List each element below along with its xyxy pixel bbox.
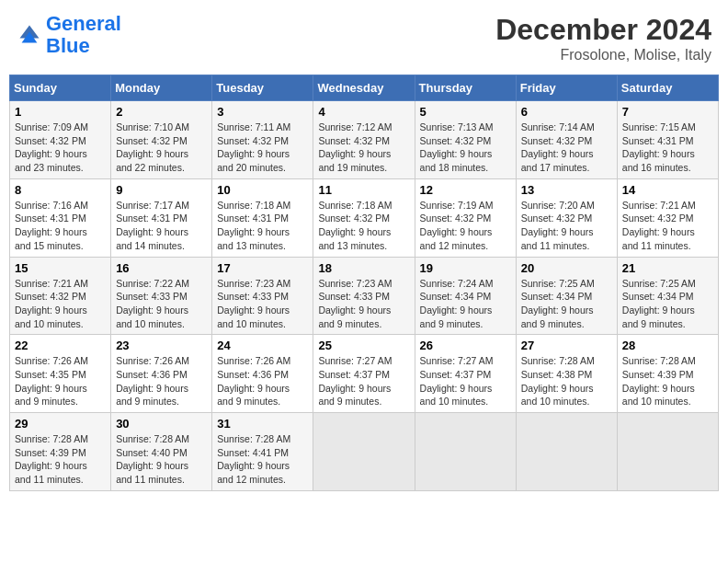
calendar-cell: 18Sunrise: 7:23 AMSunset: 4:33 PMDayligh… (313, 257, 415, 335)
day-info: Sunrise: 7:23 AMSunset: 4:33 PMDaylight:… (318, 277, 409, 331)
calendar-cell: 27Sunrise: 7:28 AMSunset: 4:38 PMDayligh… (516, 335, 617, 413)
calendar-week-row: 1Sunrise: 7:09 AMSunset: 4:32 PMDaylight… (10, 101, 719, 179)
day-info: Sunrise: 7:25 AMSunset: 4:34 PMDaylight:… (622, 277, 713, 331)
month-year-title: December 2024 (495, 13, 711, 47)
calendar-cell (415, 413, 516, 491)
calendar-cell: 26Sunrise: 7:27 AMSunset: 4:37 PMDayligh… (415, 335, 516, 413)
day-number: 12 (420, 183, 511, 197)
logo-general: General (46, 12, 121, 35)
calendar-cell (617, 413, 718, 491)
calendar-cell: 15Sunrise: 7:21 AMSunset: 4:32 PMDayligh… (10, 257, 111, 335)
calendar-cell: 20Sunrise: 7:25 AMSunset: 4:34 PMDayligh… (516, 257, 617, 335)
logo-icon (17, 22, 42, 48)
day-number: 26 (420, 339, 511, 352)
weekday-header-wednesday: Wednesday (313, 75, 415, 101)
calendar-week-row: 29Sunrise: 7:28 AMSunset: 4:39 PMDayligh… (10, 413, 719, 491)
day-number: 30 (116, 417, 207, 431)
day-number: 5 (420, 105, 511, 119)
day-number: 10 (217, 183, 308, 197)
day-number: 25 (318, 339, 409, 352)
calendar-week-row: 8Sunrise: 7:16 AMSunset: 4:31 PMDaylight… (10, 178, 719, 257)
day-number: 8 (15, 183, 106, 197)
calendar-cell: 10Sunrise: 7:18 AMSunset: 4:31 PMDayligh… (212, 178, 313, 257)
calendar-week-row: 15Sunrise: 7:21 AMSunset: 4:32 PMDayligh… (10, 257, 719, 335)
day-info: Sunrise: 7:22 AMSunset: 4:33 PMDaylight:… (116, 277, 207, 331)
calendar-header-row: SundayMondayTuesdayWednesdayThursdayFrid… (10, 75, 719, 101)
day-number: 11 (318, 183, 409, 197)
day-number: 14 (622, 183, 713, 197)
calendar-cell (516, 413, 617, 491)
calendar-cell: 23Sunrise: 7:26 AMSunset: 4:36 PMDayligh… (111, 335, 212, 413)
day-number: 29 (15, 417, 106, 431)
day-info: Sunrise: 7:15 AMSunset: 4:31 PMDaylight:… (622, 121, 713, 175)
weekday-header-sunday: Sunday (10, 75, 111, 101)
calendar-cell: 6Sunrise: 7:14 AMSunset: 4:32 PMDaylight… (516, 101, 617, 179)
calendar-cell: 31Sunrise: 7:28 AMSunset: 4:41 PMDayligh… (212, 413, 313, 491)
day-number: 2 (116, 105, 207, 119)
page-header: General Blue December 2024 Frosolone, Mo… (9, 9, 719, 67)
day-info: Sunrise: 7:28 AMSunset: 4:40 PMDaylight:… (116, 432, 207, 487)
day-info: Sunrise: 7:21 AMSunset: 4:32 PMDaylight:… (622, 199, 713, 253)
day-number: 3 (217, 105, 308, 119)
day-info: Sunrise: 7:26 AMSunset: 4:36 PMDaylight:… (217, 354, 308, 408)
calendar-cell: 14Sunrise: 7:21 AMSunset: 4:32 PMDayligh… (617, 178, 718, 257)
calendar-cell: 2Sunrise: 7:10 AMSunset: 4:32 PMDaylight… (111, 101, 212, 179)
day-info: Sunrise: 7:26 AMSunset: 4:36 PMDaylight:… (116, 354, 207, 408)
calendar-cell: 4Sunrise: 7:12 AMSunset: 4:32 PMDaylight… (313, 101, 415, 179)
day-number: 15 (15, 261, 106, 275)
day-number: 9 (116, 183, 207, 197)
day-number: 7 (622, 105, 713, 119)
location-subtitle: Frosolone, Molise, Italy (495, 47, 711, 63)
day-info: Sunrise: 7:12 AMSunset: 4:32 PMDaylight:… (318, 121, 409, 175)
weekday-header-tuesday: Tuesday (212, 75, 313, 101)
day-info: Sunrise: 7:18 AMSunset: 4:31 PMDaylight:… (217, 199, 308, 253)
day-number: 1 (15, 105, 106, 119)
calendar-cell: 19Sunrise: 7:24 AMSunset: 4:34 PMDayligh… (415, 257, 516, 335)
day-info: Sunrise: 7:13 AMSunset: 4:32 PMDaylight:… (420, 121, 511, 175)
weekday-header-saturday: Saturday (617, 75, 718, 101)
day-number: 13 (521, 183, 612, 197)
day-number: 20 (521, 261, 612, 275)
calendar-cell: 1Sunrise: 7:09 AMSunset: 4:32 PMDaylight… (10, 101, 111, 179)
day-info: Sunrise: 7:27 AMSunset: 4:37 PMDaylight:… (318, 354, 409, 408)
day-info: Sunrise: 7:28 AMSunset: 4:41 PMDaylight:… (217, 432, 308, 487)
calendar-cell: 29Sunrise: 7:28 AMSunset: 4:39 PMDayligh… (10, 413, 111, 491)
day-number: 6 (521, 105, 612, 119)
weekday-header-friday: Friday (516, 75, 617, 101)
weekday-header-monday: Monday (111, 75, 212, 101)
calendar-table: SundayMondayTuesdayWednesdayThursdayFrid… (9, 75, 719, 491)
day-number: 19 (420, 261, 511, 275)
day-number: 23 (116, 339, 207, 352)
calendar-cell: 28Sunrise: 7:28 AMSunset: 4:39 PMDayligh… (617, 335, 718, 413)
day-info: Sunrise: 7:11 AMSunset: 4:32 PMDaylight:… (217, 121, 308, 175)
calendar-cell: 30Sunrise: 7:28 AMSunset: 4:40 PMDayligh… (111, 413, 212, 491)
day-info: Sunrise: 7:23 AMSunset: 4:33 PMDaylight:… (217, 277, 308, 331)
day-info: Sunrise: 7:20 AMSunset: 4:32 PMDaylight:… (521, 199, 612, 253)
calendar-cell: 9Sunrise: 7:17 AMSunset: 4:31 PMDaylight… (111, 178, 212, 257)
day-info: Sunrise: 7:28 AMSunset: 4:39 PMDaylight:… (622, 354, 713, 408)
calendar-cell: 12Sunrise: 7:19 AMSunset: 4:32 PMDayligh… (415, 178, 516, 257)
logo-blue: Blue (46, 34, 90, 57)
day-info: Sunrise: 7:26 AMSunset: 4:35 PMDaylight:… (15, 354, 106, 408)
day-number: 31 (217, 417, 308, 431)
calendar-cell: 21Sunrise: 7:25 AMSunset: 4:34 PMDayligh… (617, 257, 718, 335)
day-info: Sunrise: 7:10 AMSunset: 4:32 PMDaylight:… (116, 121, 207, 175)
day-info: Sunrise: 7:28 AMSunset: 4:39 PMDaylight:… (15, 432, 106, 487)
day-info: Sunrise: 7:09 AMSunset: 4:32 PMDaylight:… (15, 121, 106, 175)
day-info: Sunrise: 7:18 AMSunset: 4:32 PMDaylight:… (318, 199, 409, 253)
logo: General Blue (17, 13, 121, 57)
day-number: 17 (217, 261, 308, 275)
day-info: Sunrise: 7:17 AMSunset: 4:31 PMDaylight:… (116, 199, 207, 253)
day-number: 16 (116, 261, 207, 275)
day-info: Sunrise: 7:21 AMSunset: 4:32 PMDaylight:… (15, 277, 106, 331)
calendar-cell: 17Sunrise: 7:23 AMSunset: 4:33 PMDayligh… (212, 257, 313, 335)
day-info: Sunrise: 7:16 AMSunset: 4:31 PMDaylight:… (15, 199, 106, 253)
calendar-cell: 5Sunrise: 7:13 AMSunset: 4:32 PMDaylight… (415, 101, 516, 179)
calendar-cell: 16Sunrise: 7:22 AMSunset: 4:33 PMDayligh… (111, 257, 212, 335)
calendar-cell: 7Sunrise: 7:15 AMSunset: 4:31 PMDaylight… (617, 101, 718, 179)
day-number: 18 (318, 261, 409, 275)
day-number: 24 (217, 339, 308, 352)
day-info: Sunrise: 7:24 AMSunset: 4:34 PMDaylight:… (420, 277, 511, 331)
calendar-cell: 13Sunrise: 7:20 AMSunset: 4:32 PMDayligh… (516, 178, 617, 257)
day-info: Sunrise: 7:14 AMSunset: 4:32 PMDaylight:… (521, 121, 612, 175)
